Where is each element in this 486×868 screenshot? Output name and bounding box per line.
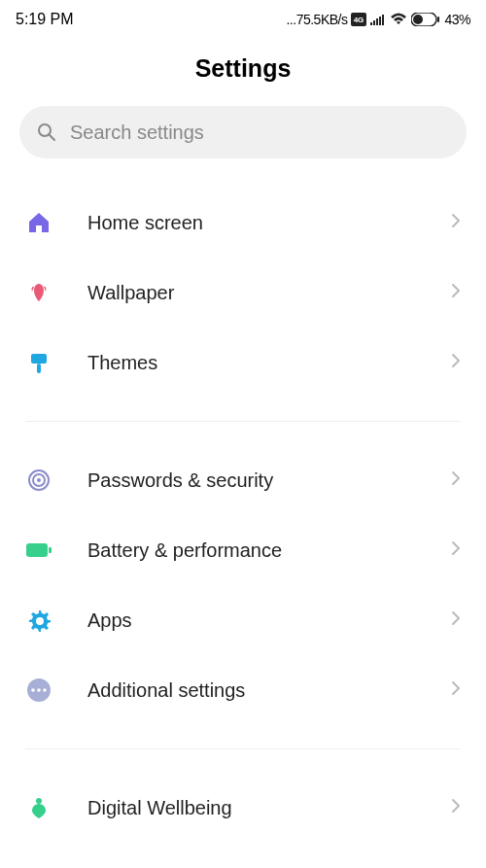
svg-rect-2 <box>370 22 372 25</box>
chevron-right-icon <box>451 353 461 372</box>
svg-rect-8 <box>413 15 423 24</box>
svg-point-23 <box>43 688 47 692</box>
svg-point-19 <box>36 617 44 625</box>
settings-item-label: Themes <box>87 352 416 374</box>
svg-rect-18 <box>49 547 52 553</box>
settings-item-wallpaper[interactable]: Wallpaper <box>0 258 486 328</box>
chevron-right-icon <box>451 798 461 817</box>
wifi-icon <box>390 13 407 26</box>
svg-point-10 <box>39 124 51 136</box>
page-title: Settings <box>0 54 486 83</box>
status-bar: 5:19 PM ...75.5KB/s 4G 43% <box>0 0 486 39</box>
search-placeholder: Search settings <box>70 122 204 144</box>
svg-rect-5 <box>379 17 381 25</box>
settings-item-label: Passwords & security <box>87 469 416 492</box>
svg-line-11 <box>50 135 54 140</box>
svg-point-22 <box>37 688 41 692</box>
chevron-right-icon <box>451 470 461 490</box>
fingerprint-icon <box>25 467 52 494</box>
svg-rect-9 <box>437 17 439 22</box>
chevron-right-icon <box>451 610 461 630</box>
settings-item-label: Apps <box>87 609 416 632</box>
svg-text:4G: 4G <box>354 16 364 24</box>
chevron-right-icon <box>451 680 461 700</box>
svg-rect-12 <box>31 354 47 364</box>
settings-item-label: Home screen <box>87 212 416 234</box>
settings-item-additional-settings[interactable]: Additional settings <box>0 655 486 725</box>
settings-item-home-screen[interactable]: Home screen <box>0 188 486 258</box>
chevron-right-icon <box>451 540 461 560</box>
status-battery: 43% <box>444 12 470 27</box>
settings-item-label: Additional settings <box>87 679 416 702</box>
tulip-icon <box>25 279 52 306</box>
chevron-right-icon <box>451 283 461 302</box>
settings-item-apps[interactable]: Apps <box>0 585 486 655</box>
gear-icon <box>25 607 52 634</box>
battery-icon <box>411 13 440 26</box>
settings-item-battery-performance[interactable]: Battery & performance <box>0 515 486 585</box>
section-divider <box>25 421 461 422</box>
wellbeing-icon <box>25 794 52 821</box>
svg-point-16 <box>37 478 41 482</box>
home-icon <box>25 209 52 236</box>
settings-item-label: Battery & performance <box>87 539 416 562</box>
mobile-data-icon: 4G <box>351 13 366 26</box>
svg-rect-17 <box>26 543 48 557</box>
svg-point-24 <box>36 798 42 804</box>
svg-rect-13 <box>37 364 41 373</box>
settings-item-digital-wellbeing[interactable]: Digital Wellbeing <box>0 773 486 843</box>
status-time: 5:19 PM <box>16 11 74 28</box>
settings-item-passwords-security[interactable]: Passwords & security <box>0 445 486 515</box>
signal-icon <box>370 14 386 25</box>
svg-rect-3 <box>373 20 375 25</box>
search-input[interactable]: Search settings <box>19 106 467 158</box>
chevron-right-icon <box>451 213 461 232</box>
section-divider <box>25 748 461 749</box>
svg-rect-4 <box>376 18 378 25</box>
settings-item-label: Wallpaper <box>87 282 416 304</box>
settings-item-themes[interactable]: Themes <box>0 328 486 398</box>
settings-item-label: Digital Wellbeing <box>87 797 416 819</box>
search-icon <box>37 122 56 142</box>
dots-icon <box>25 677 52 704</box>
status-speed: ...75.5KB/s <box>286 12 347 27</box>
svg-rect-6 <box>382 15 384 25</box>
status-right: ...75.5KB/s 4G 43% <box>286 12 470 27</box>
svg-point-21 <box>31 688 35 692</box>
battery-icon <box>25 537 52 564</box>
brush-icon <box>25 349 52 376</box>
